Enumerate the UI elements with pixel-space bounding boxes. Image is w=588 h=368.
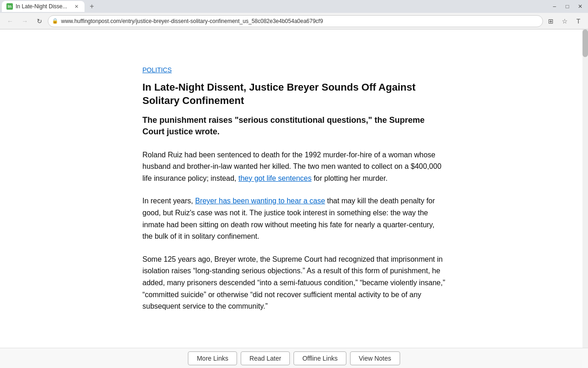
more-links-button[interactable]: More Links	[188, 351, 237, 365]
back-button[interactable]: ←	[4, 15, 17, 28]
profile-button[interactable]: T	[572, 15, 584, 27]
browser-window: In In Late-Night Disse... ✕ + – □ ✕ ←	[0, 0, 588, 368]
article-body: Roland Ruiz had been sentenced to death …	[142, 149, 446, 312]
navigation-bar: ← → ↻ 🔒 www.huffingtonpost.com/entry/jus…	[0, 13, 588, 29]
view-notes-button[interactable]: View Notes	[350, 351, 400, 365]
paragraph-1: Roland Ruiz had been sentenced to death …	[142, 149, 446, 184]
scrollbar-track	[582, 29, 588, 368]
life-sentences-link[interactable]: they got life sentences	[238, 174, 311, 182]
scrollbar-thumb[interactable]	[582, 29, 588, 57]
forward-button[interactable]: →	[18, 15, 31, 28]
article-title: In Late-Night Dissent, Justice Breyer So…	[142, 81, 446, 107]
title-bar: In In Late-Night Disse... ✕ + – □ ✕	[0, 0, 588, 13]
window-controls: – □ ✕	[548, 1, 586, 12]
paragraph-3: Some 125 years ago, Breyer wrote, the Su…	[142, 253, 446, 312]
minimize-button[interactable]: –	[548, 1, 560, 12]
title-bar-left: In In Late-Night Disse... ✕ +	[2, 1, 97, 12]
lock-icon: 🔒	[52, 18, 58, 24]
close-button[interactable]: ✕	[574, 1, 586, 12]
category-link[interactable]: POLITICS	[142, 66, 172, 74]
page-content: POLITICS In Late-Night Dissent, Justice …	[0, 29, 588, 360]
tab-favicon: In	[6, 3, 13, 10]
offline-links-button[interactable]: Offline Links	[294, 351, 346, 365]
read-later-button[interactable]: Read Later	[241, 351, 290, 365]
bookmark-button[interactable]: ☆	[559, 15, 571, 27]
nav-right-controls: ⊞ ☆ T	[545, 15, 584, 27]
reload-button[interactable]: ↻	[33, 15, 46, 28]
breyer-link[interactable]: Breyer has been wanting to hear a case	[195, 197, 325, 205]
page-wrapper: POLITICS In Late-Night Dissent, Justice …	[0, 29, 588, 368]
tab-close-button[interactable]: ✕	[73, 3, 80, 10]
address-bar[interactable]: 🔒 www.huffingtonpost.com/entry/justice-b…	[48, 15, 543, 27]
article-subtitle: The punishment raises "serious constitut…	[142, 115, 446, 138]
bottom-toolbar: More Links Read Later Offline Links View…	[0, 348, 588, 368]
browser-tab[interactable]: In In Late-Night Disse... ✕	[2, 1, 85, 12]
paragraph-2: In recent years, Breyer has been wanting…	[142, 195, 446, 242]
maximize-button[interactable]: □	[561, 1, 573, 12]
extensions-button[interactable]: ⊞	[545, 15, 557, 27]
article-container: POLITICS In Late-Night Dissent, Justice …	[133, 29, 455, 360]
address-text: www.huffingtonpost.com/entry/justice-bre…	[61, 18, 539, 24]
tab-title: In Late-Night Disse...	[16, 3, 70, 10]
new-tab-button[interactable]: +	[86, 1, 97, 12]
